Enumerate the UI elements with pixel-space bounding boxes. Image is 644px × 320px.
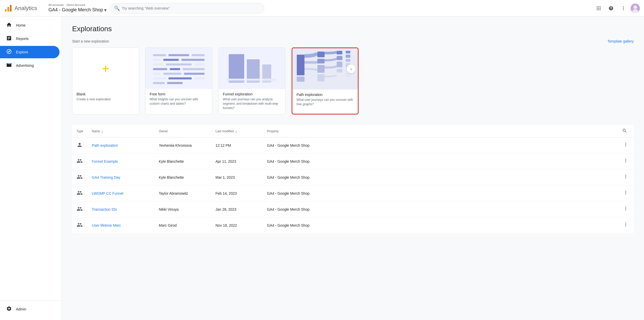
blank-card[interactable]: + Blank Create a new exploration <box>72 47 139 114</box>
avatar[interactable] <box>631 4 640 13</box>
nav-actions <box>594 3 640 13</box>
table-row[interactable]: Path explorationYevheniia Khromova12:12 … <box>72 137 634 153</box>
table-row[interactable]: LWGMP CC FunnelTaylor AbramowitzFeb 14, … <box>72 185 634 201</box>
col-header-property: Property <box>263 125 618 137</box>
path-card[interactable]: › Path exploration What user journeys ca… <box>292 47 359 114</box>
svg-rect-50 <box>317 74 325 81</box>
top-navigation: Analytics All accounts › Demo Account GA… <box>0 0 644 17</box>
apps-icon-button[interactable] <box>594 3 604 13</box>
row-actions[interactable] <box>618 201 634 217</box>
row-actions[interactable] <box>618 217 634 233</box>
row-name[interactable]: GA4 Training Day <box>88 169 155 185</box>
row-name[interactable]: User lifetime Marc <box>88 217 155 233</box>
search-input[interactable] <box>122 6 260 10</box>
sidebar-item-home[interactable]: Home <box>0 19 60 31</box>
property-selector[interactable]: GA4 - Google Merch Shop ▾ <box>48 7 107 13</box>
row-more-button[interactable] <box>622 173 629 182</box>
start-new-exploration-label: Start a new exploration <box>72 39 109 43</box>
svg-rect-7 <box>598 8 599 9</box>
row-actions[interactable] <box>618 153 634 169</box>
path-card-title: Path exploration <box>296 93 354 97</box>
svg-rect-61 <box>346 73 350 77</box>
analytics-logo-icon <box>4 4 12 12</box>
table-row[interactable]: User lifetime MarcMarc GirodNov 18, 2022… <box>72 217 634 233</box>
svg-rect-33 <box>153 77 166 79</box>
table-search-icon[interactable] <box>622 128 627 133</box>
table-row[interactable]: Funnel ExampleKyle BlanchetteApr 11, 202… <box>72 153 634 169</box>
row-type-icon <box>72 169 88 185</box>
freeform-card-preview <box>146 48 212 89</box>
sidebar-item-reports[interactable]: Reports <box>0 32 60 45</box>
more-options-icon-button[interactable] <box>618 3 629 13</box>
svg-rect-47 <box>317 52 325 57</box>
blank-card-desc: Create a new exploration <box>77 97 135 102</box>
row-more-button[interactable] <box>622 221 629 229</box>
svg-point-66 <box>625 160 626 161</box>
table-row[interactable]: GA4 Training DayKyle BlanchetteMar 1, 20… <box>72 169 634 185</box>
sidebar-item-explore[interactable]: Explore <box>0 46 60 58</box>
svg-point-71 <box>625 191 626 192</box>
svg-rect-27 <box>153 68 167 70</box>
section-header: Start a new exploration Template gallery <box>72 39 634 43</box>
freeform-card-desc: What insights can you uncover with custo… <box>150 97 208 106</box>
freeform-card-info: Free form What insights can you uncover … <box>146 89 212 110</box>
svg-rect-10 <box>598 9 599 10</box>
sidebar-label-home: Home <box>16 23 26 27</box>
freeform-card[interactable]: Free form What insights can you uncover … <box>145 47 212 114</box>
funnel-card-preview <box>219 48 285 89</box>
advertising-icon <box>6 62 12 69</box>
row-type-icon <box>72 137 88 153</box>
col-header-type: Type <box>72 125 88 137</box>
explorations-table: Type Name ↓ Owner Last modified <box>72 125 634 233</box>
all-accounts-link[interactable]: All accounts <box>48 3 64 6</box>
funnel-card[interactable]: Funnel exploration What user journeys ca… <box>218 47 285 114</box>
table-row[interactable]: Transaction IDsNikki VinuyaJan 28, 2023G… <box>72 201 634 217</box>
breadcrumb-top: All accounts › Demo Account <box>48 3 107 6</box>
sidebar-item-admin[interactable]: Admin <box>0 303 60 315</box>
row-more-button[interactable] <box>622 141 629 150</box>
row-name[interactable]: Funnel Example <box>88 153 155 169</box>
row-name[interactable]: LWGMP CC Funnel <box>88 185 155 201</box>
path-card-preview: › <box>292 48 358 89</box>
svg-rect-21 <box>153 59 161 61</box>
row-actions[interactable] <box>618 169 634 185</box>
table-body: Path explorationYevheniia Khromova12:12 … <box>72 137 634 233</box>
col-header-name[interactable]: Name ↓ <box>88 125 155 137</box>
demo-account-link[interactable]: Demo Account <box>67 3 85 6</box>
row-more-button[interactable] <box>622 189 629 198</box>
modified-sort-icon: ↓ <box>235 129 237 134</box>
row-property: GA4 - Google Merch Shop <box>263 185 618 201</box>
row-name[interactable]: Transaction IDs <box>88 201 155 217</box>
logo-area: Analytics <box>4 4 45 12</box>
row-actions[interactable] <box>618 137 634 153</box>
svg-point-12 <box>623 6 624 7</box>
property-chevron-icon: ▾ <box>104 7 107 13</box>
row-owner: Taylor Abramowitz <box>155 185 211 201</box>
sidebar-bottom: Admin <box>0 300 62 318</box>
col-header-actions[interactable] <box>618 125 634 137</box>
svg-rect-52 <box>337 56 342 60</box>
col-header-modified[interactable]: Last modified ↓ <box>211 125 263 137</box>
row-actions[interactable] <box>618 185 634 201</box>
svg-rect-2 <box>10 5 11 12</box>
row-name[interactable]: Path exploration <box>88 137 155 153</box>
search-bar[interactable]: 🔍 <box>110 3 264 13</box>
blank-card-preview: + <box>72 48 139 89</box>
svg-rect-26 <box>194 63 205 65</box>
svg-rect-6 <box>597 8 598 9</box>
template-gallery-link[interactable]: Template gallery <box>607 39 634 43</box>
row-more-button[interactable] <box>622 205 629 214</box>
row-more-button[interactable] <box>622 157 629 166</box>
svg-point-67 <box>625 162 626 163</box>
path-card-desc: What user journeys can you uncover with … <box>296 98 354 106</box>
svg-rect-34 <box>168 77 192 79</box>
row-owner: Kyle Blanchette <box>155 153 211 169</box>
path-card-next-button[interactable]: › <box>346 64 356 73</box>
help-icon-button[interactable] <box>606 3 616 13</box>
svg-rect-42 <box>226 79 244 81</box>
sidebar-item-advertising[interactable]: Advertising <box>0 59 60 72</box>
svg-rect-48 <box>317 59 325 63</box>
col-header-owner: Owner <box>155 125 211 137</box>
row-modified: Mar 1, 2023 <box>211 169 263 185</box>
funnel-card-title: Funnel exploration <box>223 92 281 96</box>
